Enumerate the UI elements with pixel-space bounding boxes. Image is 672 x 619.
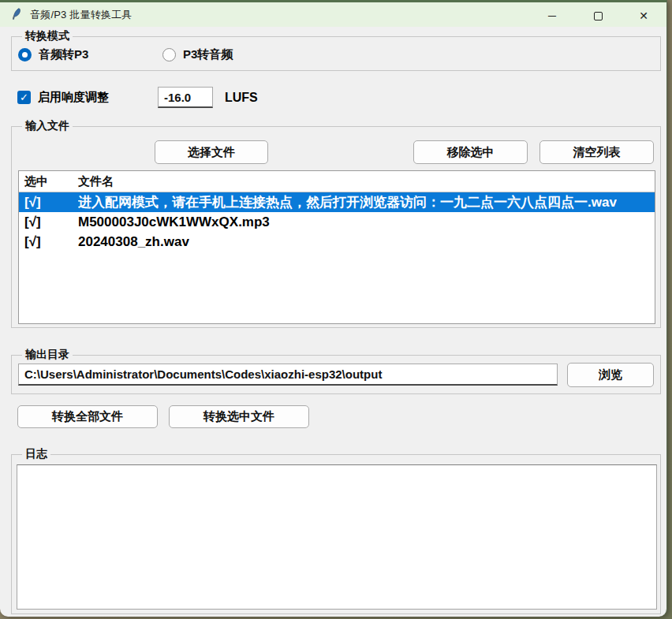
minimize-icon[interactable]: ─ <box>529 2 575 29</box>
radio-unselected-icon <box>162 48 176 62</box>
log-group: 日志 <box>11 454 661 614</box>
maximize-icon[interactable] <box>575 2 621 29</box>
radio-p3-to-audio[interactable]: P3转音频 <box>162 47 233 62</box>
table-row[interactable]: [√] M500003J0cWK1WWxQX.mp3 <box>19 212 655 232</box>
log-textarea[interactable] <box>17 464 657 610</box>
file-table-header: 选中 文件名 <box>19 171 655 192</box>
convert-selected-button[interactable]: 转换选中文件 <box>169 405 309 428</box>
titlebar: 音频/P3 批量转换工具 ─ ✕ <box>0 0 666 27</box>
log-label: 日志 <box>22 447 50 461</box>
convert-all-button[interactable]: 转换全部文件 <box>17 405 158 428</box>
table-row[interactable]: [√] 进入配网模式，请在手机上连接热点，然后打开浏览器访问：一九二点一六八点四… <box>19 192 655 212</box>
input-files-group: 输入文件 选择文件 移除选中 清空列表 选中 文件名 [√] 进入配网模式，请在… <box>11 126 661 328</box>
select-files-button[interactable]: 选择文件 <box>155 140 268 164</box>
table-row[interactable]: [√] 20240308_zh.wav <box>19 232 655 252</box>
column-header-filename[interactable]: 文件名 <box>78 174 114 189</box>
lufs-input[interactable] <box>158 87 213 108</box>
file-table: 选中 文件名 [√] 进入配网模式，请在手机上连接热点，然后打开浏览器访问：一九… <box>18 170 655 324</box>
browse-button[interactable]: 浏览 <box>567 363 654 387</box>
mode-group: 转换模式 音频转P3 P3转音频 <box>11 36 661 71</box>
column-header-checked[interactable]: 选中 <box>19 174 78 189</box>
output-dir-input[interactable] <box>18 364 558 386</box>
clear-list-button[interactable]: 清空列表 <box>539 140 654 164</box>
radio-audio-to-p3[interactable]: 音频转P3 <box>18 47 88 62</box>
lufs-unit-label: LUFS <box>225 91 258 105</box>
window-title: 音频/P3 批量转换工具 <box>30 8 133 22</box>
loudness-label: 启用响度调整 <box>38 90 109 105</box>
output-dir-label: 输出目录 <box>22 348 73 362</box>
close-icon[interactable]: ✕ <box>621 2 666 29</box>
output-dir-group: 输出目录 浏览 <box>11 355 661 394</box>
remove-selected-button[interactable]: 移除选中 <box>413 140 528 164</box>
app-window: 音频/P3 批量转换工具 ─ ✕ 转换模式 音频转P3 P3转音频 ✓ 启用响度… <box>0 0 667 617</box>
mode-group-label: 转换模式 <box>22 29 73 43</box>
input-files-label: 输入文件 <box>22 119 73 133</box>
python-feather-icon <box>9 8 23 21</box>
loudness-row: ✓ 启用响度调整 LUFS <box>17 87 258 108</box>
window-controls: ─ ✕ <box>529 2 666 29</box>
loudness-checkbox[interactable]: ✓ <box>17 91 31 104</box>
radio-selected-icon <box>18 48 32 62</box>
